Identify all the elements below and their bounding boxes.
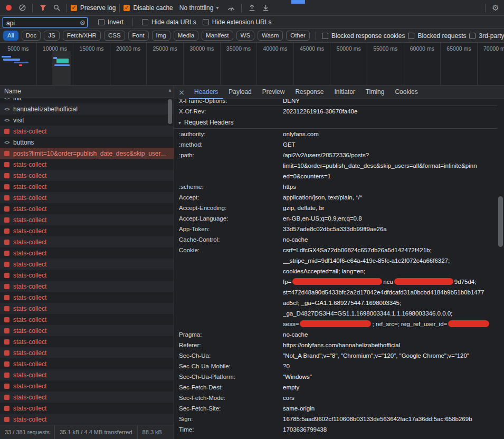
tab-headers[interactable]: Headers — [189, 85, 223, 99]
header-row: X-Of-Rev:202312261916-30670fa40e — [179, 106, 497, 117]
filter-chip-font[interactable]: Font — [128, 31, 149, 41]
invert-checkbox[interactable]: Invert — [98, 18, 123, 26]
request-row[interactable]: stats-collect — [0, 281, 174, 292]
header-value: en-GB,en-US;q=0.9,en;q=0.8 — [283, 213, 497, 224]
network-conditions-button[interactable] — [225, 2, 237, 14]
hide-data-urls-checkbox[interactable]: Hide data URLs — [142, 18, 196, 26]
header-value-text: empty — [283, 384, 299, 390]
scroll-up-icon[interactable]: ▲ — [167, 88, 173, 92]
request-row[interactable]: stats-collect — [0, 392, 174, 403]
request-row[interactable]: <>hannahelizabethofficial — [0, 103, 174, 114]
filter-chip-wasm[interactable]: Wasm — [258, 31, 283, 41]
scrollbar-thumb[interactable] — [168, 99, 172, 124]
request-row[interactable]: stats-collect — [0, 126, 174, 137]
hide-extension-urls-checkbox[interactable]: Hide extension URLs — [203, 18, 272, 26]
import-har-button[interactable] — [245, 2, 258, 14]
request-headers-section-header[interactable]: ▾ Request Headers — [174, 117, 497, 129]
filter-chip-css[interactable]: CSS — [104, 31, 125, 41]
request-row[interactable]: stats-collect — [0, 170, 174, 181]
filter-chip-all[interactable]: All — [3, 31, 18, 41]
disable-cache-checkbox[interactable]: Disable cache — [123, 4, 173, 12]
record-button[interactable] — [2, 2, 15, 14]
request-name: stats-collect — [13, 261, 166, 268]
request-row[interactable]: stats-collect — [0, 159, 174, 170]
details-scrollbar[interactable] — [497, 99, 504, 439]
tab-preview[interactable]: Preview — [257, 85, 290, 99]
header-name: Sec-Ch-Ua: — [179, 350, 283, 361]
request-row[interactable]: <>buttons — [0, 137, 174, 148]
timeline-tick: 35000 ms — [221, 43, 258, 85]
blocked-response-cookies-checkbox[interactable]: Blocked response cookies — [322, 32, 405, 40]
filter-chip-img[interactable]: Img — [152, 31, 170, 41]
filter-chip-media[interactable]: Media — [174, 31, 198, 41]
main-split: Name <>init<>hannahelizabethofficial<>vi… — [0, 85, 504, 439]
tab-initiator[interactable]: Initiator — [329, 85, 360, 99]
request-row[interactable]: stats-collect — [0, 369, 174, 380]
filter-chip-other[interactable]: Other — [286, 31, 310, 41]
request-row[interactable]: stats-collect — [0, 292, 174, 303]
clear-button[interactable] — [16, 2, 28, 14]
header-value-text: fp= — [283, 279, 291, 285]
details-tab-bar: × HeadersPayloadPreviewResponseInitiator… — [174, 85, 504, 99]
filter-toggle-button[interactable] — [36, 2, 49, 14]
request-name: posts?limit=10&order=publish_date_desc&s… — [13, 150, 166, 157]
request-row[interactable]: stats-collect — [0, 192, 174, 203]
request-row[interactable]: stats-collect — [0, 336, 174, 347]
request-row[interactable]: stats-collect — [0, 347, 174, 358]
request-row[interactable]: <>visit — [0, 114, 174, 126]
request-row[interactable]: stats-collect — [0, 225, 174, 236]
blocked-requests-checkbox[interactable]: Blocked requests — [408, 32, 466, 40]
filter-input[interactable] — [3, 18, 87, 27]
scrollbar-thumb[interactable] — [498, 196, 503, 247]
request-row[interactable]: stats-collect — [0, 270, 174, 281]
request-row[interactable]: stats-collect — [0, 380, 174, 392]
request-row[interactable]: stats-collect — [0, 259, 174, 270]
filter-chip-manifest[interactable]: Manifest — [202, 31, 233, 41]
filter-chip-doc[interactable]: Doc — [22, 31, 41, 41]
throttling-select[interactable]: No throttling ▾ — [179, 4, 219, 12]
request-row[interactable]: stats-collect — [0, 214, 174, 225]
request-row[interactable]: stats-collect — [0, 358, 174, 369]
request-list-scrollbar[interactable]: ▲ — [167, 87, 173, 424]
settings-button[interactable]: ⚙ — [489, 2, 502, 14]
request-row[interactable]: <>init — [0, 98, 174, 103]
request-row[interactable]: posts?limit=10&order=publish_date_desc&s… — [0, 148, 174, 159]
request-row[interactable]: stats-collect — [0, 247, 174, 259]
header-value-text: cors — [283, 395, 294, 401]
request-row[interactable]: stats-collect — [0, 403, 174, 414]
filter-chip-js[interactable]: JS — [44, 31, 59, 41]
filter-chip-fetch-xhr[interactable]: Fetch/XHR — [63, 31, 101, 41]
script-file-icon: <> — [4, 118, 10, 123]
tab-payload[interactable]: Payload — [223, 85, 256, 99]
header-row: Pragma:no-cache — [179, 329, 497, 340]
chevron-down-icon: ▾ — [216, 5, 218, 11]
request-name: stats-collect — [13, 172, 166, 179]
export-har-button[interactable] — [259, 2, 272, 14]
request-name: stats-collect — [13, 405, 166, 412]
search-button[interactable] — [50, 2, 63, 14]
request-row[interactable]: stats-collect — [0, 236, 174, 247]
request-row[interactable]: stats-collect — [0, 303, 174, 314]
header-name: Pragma: — [179, 329, 283, 340]
request-row[interactable]: stats-collect — [0, 414, 174, 425]
filter-chip-ws[interactable]: WS — [236, 31, 255, 41]
header-value: no-cache — [283, 234, 497, 245]
tab-cookies[interactable]: Cookies — [389, 85, 423, 99]
request-row[interactable]: stats-collect — [0, 325, 174, 336]
request-row[interactable]: stats-collect — [0, 203, 174, 214]
header-value: /api2/v2/users/20572336/posts?limit=10&o… — [283, 150, 497, 182]
clear-filter-icon[interactable]: ⊗ — [80, 18, 85, 26]
preserve-log-checkbox[interactable]: Preserve log — [71, 4, 116, 12]
request-name: init — [13, 98, 166, 102]
error-file-icon — [4, 373, 9, 378]
header-row: Sign:16785:5aad9602cf110608b03133de56364… — [179, 414, 497, 424]
network-overview[interactable]: 5000 ms10000 ms15000 ms20000 ms25000 ms3… — [0, 43, 504, 85]
third-party-requests-checkbox[interactable]: 3rd-party requests — [469, 32, 504, 40]
tab-response[interactable]: Response — [290, 85, 329, 99]
header-value-text: application/json, text/plain, */* — [283, 194, 362, 201]
close-details-button[interactable]: × — [174, 88, 189, 97]
request-row[interactable]: stats-collect — [0, 181, 174, 192]
tab-timing[interactable]: Timing — [360, 85, 390, 99]
request-row[interactable]: stats-collect — [0, 314, 174, 325]
name-column-header[interactable]: Name — [0, 85, 174, 98]
